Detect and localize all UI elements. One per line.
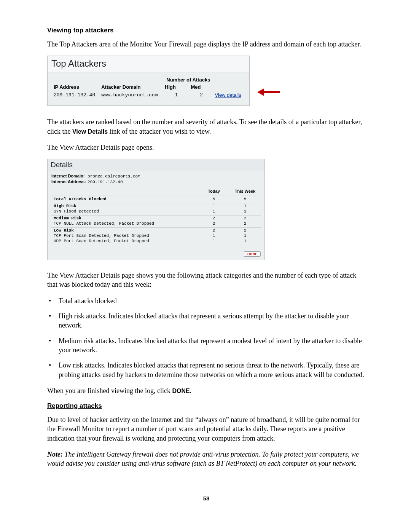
col-high: High (163, 83, 189, 91)
paragraph-page-opens: The View Attacker Details page opens. (47, 143, 365, 152)
paragraph-click-done: When you are finished viewing the log, c… (47, 386, 365, 395)
done-bold: DONE (172, 388, 190, 394)
list-item: Low risk attacks. Indicates blocked atta… (47, 361, 365, 379)
cell-week: 1 (229, 233, 261, 238)
cell-med: 2 (190, 91, 213, 99)
row-udp-port-scan: UDP Port Scan Detected, Packet Dropped 1… (51, 238, 261, 245)
col-ip-address: IP Address (52, 83, 100, 91)
cell-week: 2 (229, 216, 261, 221)
cell-today: 2 (198, 228, 229, 233)
col-attacker-domain: Attacker Domain (100, 83, 163, 91)
kv-internet-address-label: Internet Address: (51, 179, 86, 184)
kv-internet-address-value: 209.191.132.40 (88, 180, 123, 184)
view-details-bold: View Details (72, 128, 108, 135)
kv-internet-domain: Internet Domain: bronze.dslreports.com (51, 174, 261, 179)
cell-week: 2 (229, 228, 261, 233)
row-syn-flood: SYN Flood Detected 1 1 (51, 209, 261, 216)
list-item: Total attacks blocked (47, 296, 365, 305)
row-tcp-null: TCP NULL Attack Detected, Packet Dropped… (51, 221, 261, 228)
attack-categories-list: Total attacks blocked High risk attacks.… (47, 296, 365, 379)
top-attackers-table: Number of Attacks IP Address Attacker Do… (52, 76, 245, 99)
cell-label: Medium Risk (51, 216, 198, 221)
kv-internet-domain-label: Internet Domain: (51, 174, 86, 178)
cell-label: TCP NULL Attack Detected, Packet Dropped (51, 221, 198, 228)
heading-viewing-top-attackers: Viewing top attackers (47, 27, 365, 34)
cell-label: Total Attacks Blocked (51, 195, 198, 203)
cell-today: 1 (198, 238, 229, 245)
col-today: Today (198, 187, 229, 195)
cell-today: 2 (198, 221, 229, 228)
cell-week: 1 (229, 209, 261, 216)
note-paragraph: Note: The Intelligent Gateway firewall d… (47, 450, 365, 468)
cell-week: 5 (229, 195, 261, 203)
details-table: Today This Week Total Attacks Blocked 5 … (51, 187, 261, 245)
cell-label: UDP Port Scan Detected, Packet Dropped (51, 238, 198, 245)
table-row: 209.191.132.40 www.hackyournet.com 1 2 V… (52, 91, 245, 99)
cell-week: 1 (229, 238, 261, 245)
row-high-risk: High Risk 1 1 (51, 203, 261, 209)
cell-label: High Risk (51, 203, 198, 209)
top-attackers-title: Top Attackers (48, 56, 249, 72)
list-item: High risk attacks. Indicates blocked att… (47, 312, 365, 330)
row-total-attacks-blocked: Total Attacks Blocked 5 5 (51, 195, 261, 203)
paragraph-reporting: Due to level of hacker activity on the I… (47, 415, 365, 443)
cell-today: 1 (198, 233, 229, 238)
paragraph-click-done-c: . (190, 387, 192, 395)
row-low-risk: Low Risk 2 2 (51, 228, 261, 233)
intro-paragraph-1: The Top Attackers area of the Monitor Yo… (47, 40, 365, 49)
row-medium-risk: Medium Risk 2 2 (51, 216, 261, 221)
page-number: 53 (47, 495, 365, 502)
top-attackers-panel: Top Attackers Number of Attacks IP Addre… (47, 56, 250, 106)
cell-label: Low Risk (51, 228, 198, 233)
paragraph-categories-intro: The View Attacker Details page shows you… (47, 271, 365, 289)
heading-reporting-attacks: Reporting attacks (47, 402, 365, 410)
cell-label: TCP Port Scan Detected, Packet Dropped (51, 233, 198, 238)
list-item: Medium risk attacks. Indicates blocked a… (47, 336, 365, 355)
cell-domain: www.hackyournet.com (100, 91, 163, 99)
col-this-week: This Week (229, 187, 261, 195)
attacker-details-title: Details (48, 159, 264, 171)
note-lead: Note: (47, 451, 63, 458)
paragraph-click-done-a: When you are finished viewing the log, c… (47, 387, 172, 395)
note-body: The Intelligent Gateway firewall does no… (47, 451, 359, 467)
annotation-arrow-icon (257, 89, 280, 95)
view-details-link[interactable]: View details (215, 92, 241, 98)
cell-today: 1 (198, 203, 229, 209)
cell-week: 2 (229, 221, 261, 228)
cell-today: 2 (198, 216, 229, 221)
col-med: Med (190, 83, 213, 91)
kv-internet-address: Internet Address: 209.191.132.40 (51, 179, 261, 184)
paragraph-ranking-c: link of the attacker you wish to view. (108, 128, 211, 135)
cell-ip: 209.191.132.40 (52, 91, 100, 99)
cell-label: SYN Flood Detected (51, 209, 198, 216)
attacker-details-panel: Details Internet Domain: bronze.dslrepor… (47, 159, 265, 260)
row-tcp-port-scan: TCP Port Scan Detected, Packet Dropped 1… (51, 233, 261, 238)
kv-internet-domain-value: bronze.dslreports.com (88, 174, 140, 179)
paragraph-ranking: The attackers are ranked based on the nu… (47, 117, 365, 136)
col-group-number-of-attacks: Number of Attacks (163, 76, 213, 83)
cell-today: 5 (198, 195, 229, 203)
cell-week: 1 (229, 203, 261, 209)
cell-high: 1 (163, 91, 189, 99)
cell-today: 1 (198, 209, 229, 216)
done-button[interactable]: DONE (244, 251, 261, 257)
